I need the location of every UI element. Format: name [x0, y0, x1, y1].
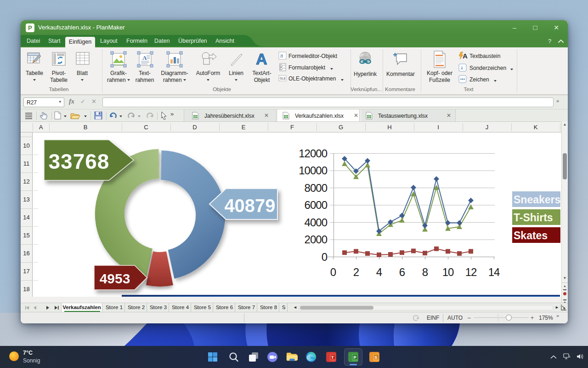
svg-text:λ: λ	[460, 65, 463, 70]
svg-text:A: A	[463, 52, 468, 60]
svg-text:T: T	[331, 355, 334, 360]
svg-text:4: 4	[376, 266, 382, 278]
svg-text:8: 8	[422, 266, 428, 278]
svg-text:π: π	[280, 52, 283, 59]
svg-text:40879: 40879	[224, 196, 275, 216]
svg-text:10000: 10000	[299, 164, 327, 177]
svg-text:10: 10	[442, 266, 454, 278]
svg-text:33768: 33768	[49, 150, 110, 173]
svg-text:P: P	[354, 355, 356, 360]
svg-text:Skates: Skates	[514, 230, 548, 242]
svg-text:0: 0	[330, 266, 336, 278]
svg-text:4953: 4953	[100, 271, 130, 286]
svg-text:12: 12	[465, 266, 477, 278]
svg-text:T-Shirts: T-Shirts	[514, 212, 553, 224]
svg-text:4000: 4000	[305, 216, 328, 229]
svg-text:A: A	[256, 50, 267, 68]
svg-text:6000: 6000	[305, 199, 328, 211]
svg-text:2000: 2000	[305, 233, 328, 246]
svg-text:Sneakers: Sneakers	[514, 194, 560, 206]
svg-text:12000: 12000	[299, 147, 327, 160]
svg-text:A: A	[142, 54, 147, 61]
svg-text:S: S	[374, 355, 377, 360]
svg-text:14: 14	[488, 266, 500, 278]
svg-text:0: 0	[322, 251, 328, 263]
svg-text:6: 6	[399, 266, 405, 278]
svg-text:OLE: OLE	[280, 77, 286, 80]
svg-text:8000: 8000	[305, 182, 328, 194]
svg-text:2: 2	[353, 266, 359, 278]
